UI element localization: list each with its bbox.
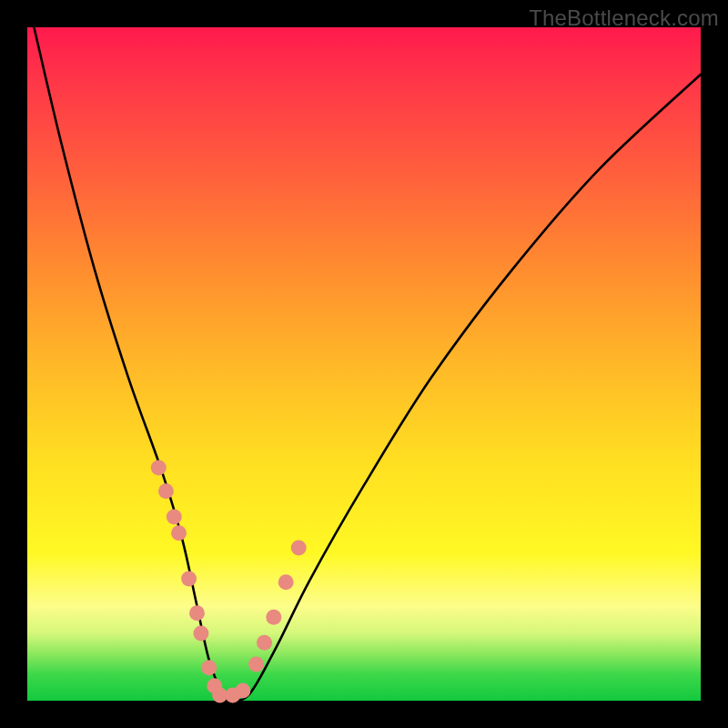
- marker-point: [291, 541, 307, 556]
- marker-point: [189, 605, 205, 621]
- bottleneck-curve: [34, 27, 701, 701]
- marker-point: [248, 657, 264, 672]
- marker-point: [181, 571, 197, 587]
- plot-area: [27, 27, 701, 701]
- marker-point: [151, 460, 167, 475]
- marker-point: [201, 660, 217, 675]
- highlighted-points: [151, 460, 307, 703]
- marker-point: [167, 509, 182, 524]
- chart-frame: TheBottleneck.com: [0, 0, 728, 728]
- marker-point: [158, 483, 174, 499]
- chart-svg: [27, 27, 701, 701]
- marker-point: [235, 682, 250, 698]
- marker-point: [193, 626, 208, 642]
- marker-point: [171, 525, 187, 541]
- marker-point: [266, 610, 281, 625]
- marker-point: [278, 574, 294, 590]
- marker-point: [257, 635, 272, 651]
